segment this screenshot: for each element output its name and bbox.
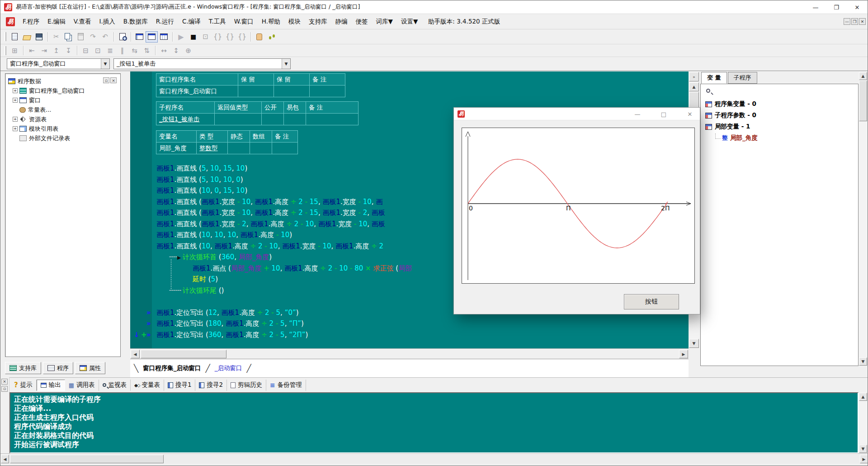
toolbar-grip[interactable]	[5, 46, 6, 55]
minimize-button[interactable]: —	[805, 0, 826, 14]
table-cell[interactable]	[227, 142, 250, 154]
breakpoint-clear-button[interactable]: {}	[236, 31, 248, 43]
expand-panel-button[interactable]: »	[689, 72, 699, 81]
menu-item-7[interactable]: T.工具	[205, 16, 230, 27]
bottom-tab-调用表[interactable]: ▦调用表	[65, 380, 99, 391]
space-across-button[interactable]: ≣	[104, 45, 116, 56]
save-button[interactable]	[33, 31, 45, 43]
expand-icon[interactable]: +	[13, 88, 18, 93]
bottom-tab-输出[interactable]: 输出	[37, 380, 65, 391]
editor-tab-0[interactable]: 窗口程序集_启动窗口	[139, 364, 204, 372]
expand-icon[interactable]: +	[13, 117, 18, 122]
bottom-tab-变量表[interactable]: ◆◇变量表	[131, 380, 164, 391]
table-cell[interactable]: 整数型	[196, 142, 228, 154]
table-cell[interactable]	[283, 113, 306, 125]
tree-item-2[interactable]: +窗口	[8, 95, 120, 105]
subroutine-combobox[interactable]: _按钮1_被单击 ▼	[113, 58, 291, 69]
table-cell[interactable]	[214, 113, 262, 125]
stop-button[interactable]: ■	[187, 31, 199, 43]
breakpoint-button[interactable]: {}	[224, 31, 236, 43]
code-line-14[interactable]: »画板1.定位写出 (180, 画板1.高度 ÷ 2 - 5, “Π”)	[130, 318, 689, 329]
align-left-button[interactable]: ⇤	[26, 45, 38, 56]
menu-item-2[interactable]: V.查看	[70, 16, 95, 27]
maximize-button[interactable]: ❐	[826, 0, 847, 14]
hand-button[interactable]	[253, 31, 265, 43]
menu-item-5[interactable]: R.运行	[152, 16, 178, 27]
table-cell[interactable]	[306, 113, 359, 125]
swap-v-button[interactable]: ⇅	[141, 45, 153, 56]
left-tab-支持库[interactable]: 支持库	[5, 362, 41, 374]
form-grid-button[interactable]: ⊞	[9, 45, 21, 56]
code-line-15[interactable]: »↓+画板1.定位写出 (360, 画板1.高度 ÷ 2 - 5, “2Π”)	[130, 329, 689, 341]
new-file-button[interactable]	[9, 31, 21, 43]
assembly-combobox[interactable]: 窗口程序集_启动窗口 ▼	[7, 58, 110, 69]
bottom-tab-提示[interactable]: ?提示	[10, 380, 37, 391]
space-down-button[interactable]: ∥	[116, 45, 128, 56]
center-horizontal-button[interactable]: ⊟	[80, 45, 92, 56]
table-cell[interactable]	[274, 85, 310, 97]
menu-item-4[interactable]: B.数据库	[119, 16, 152, 27]
layout-grid-button[interactable]	[158, 31, 170, 43]
chevron-down-icon[interactable]: ▼	[101, 59, 109, 69]
popup-minimize-button[interactable]: —	[631, 109, 644, 119]
strip-float-button[interactable]: ▫	[1, 386, 8, 392]
menu-item-13[interactable]: 便签	[352, 16, 372, 27]
table-cell[interactable]	[261, 113, 284, 125]
tree-item-1[interactable]: +窗口程序集_启动窗口	[8, 86, 120, 95]
align-top-button[interactable]: ↥	[50, 45, 62, 56]
panel-float-button[interactable]: ▫	[103, 77, 109, 83]
chevron-down-icon[interactable]: ▼	[282, 59, 290, 69]
code-horizontal-scrollbar[interactable]: ◀ ▶	[130, 348, 689, 359]
menu-item-0[interactable]: F.程序	[19, 16, 43, 27]
menu-item-15[interactable]: 设置▼	[397, 16, 422, 27]
table-cell[interactable]	[272, 142, 298, 154]
align-right-button[interactable]: ⇥	[38, 45, 50, 56]
menu-item-6[interactable]: C.编译	[178, 16, 205, 27]
paw-button[interactable]	[265, 31, 278, 43]
editor-tab-1[interactable]: _启动窗口	[211, 364, 246, 372]
strip-close-button[interactable]: ×	[1, 379, 8, 385]
same-height-button[interactable]: ↕	[170, 45, 182, 56]
panel-close-button[interactable]: ×	[110, 77, 117, 83]
same-width-button[interactable]: ↔	[158, 45, 170, 56]
step-button[interactable]: ⊡	[199, 31, 212, 43]
run-button[interactable]: ▶	[175, 31, 187, 43]
table-cell[interactable]	[250, 142, 272, 154]
variable-tree-item-1[interactable]: 子程序参数 - 0	[705, 111, 756, 119]
tree-item-6[interactable]: 外部文件记录表	[8, 133, 120, 143]
close-button[interactable]: ✕	[847, 0, 868, 14]
bottom-horizontal-scrollbar[interactable]: ◀ ▶	[0, 453, 868, 464]
left-tab-程序[interactable]: 程序	[43, 362, 73, 374]
menu-item-10[interactable]: 模块	[284, 16, 305, 27]
variable-tree-item-0[interactable]: 程序集变量 - 0	[705, 100, 756, 108]
menu-item-9[interactable]: H.帮助	[258, 16, 284, 27]
menu-item-11[interactable]: 支持库	[305, 16, 331, 27]
variable-tree-item-2[interactable]: 局部变量 - 1	[705, 123, 750, 131]
undo-button[interactable]: ↶	[99, 31, 111, 43]
tree-item-4[interactable]: +资源表	[8, 114, 120, 124]
bottom-tab-剪辑历史[interactable]: 剪辑历史	[227, 380, 266, 391]
toolbar-grip[interactable]	[5, 32, 6, 41]
table-cell[interactable]: 局部_角度	[156, 142, 197, 154]
variable-tree-item-3[interactable]: 整局部_角度	[713, 134, 758, 142]
popup-button[interactable]: 按钮	[624, 294, 679, 309]
layout-top-button[interactable]	[146, 31, 158, 43]
output-scrollbar[interactable]: ▲ ▼	[859, 392, 868, 453]
breakpoint-add-button[interactable]: {}	[212, 31, 224, 43]
mdi-minimize-button[interactable]: —	[844, 18, 850, 25]
bottom-tab-备份管理[interactable]: ≡备份管理	[266, 380, 306, 391]
menu-item-12[interactable]: 静编	[331, 16, 352, 27]
mdi-close-button[interactable]: ✕	[859, 18, 866, 25]
right-tab-1[interactable]: 子程序	[728, 72, 757, 84]
bottom-tab-搜寻2[interactable]: 搜寻2	[195, 380, 227, 391]
expand-icon[interactable]: +	[13, 126, 18, 131]
swap-h-button[interactable]: ⇆	[128, 45, 141, 56]
table-cell[interactable]	[309, 85, 345, 97]
right-tab-0[interactable]: 变 量	[701, 72, 727, 84]
find-button[interactable]	[116, 31, 128, 43]
search-icon[interactable]	[706, 89, 710, 93]
mdi-restore-button[interactable]: ❐	[851, 18, 858, 25]
expand-icon[interactable]: +	[13, 98, 18, 103]
paste-button[interactable]	[75, 31, 87, 43]
right-panel-scrollbar[interactable]: ▲ ▼	[859, 71, 868, 366]
